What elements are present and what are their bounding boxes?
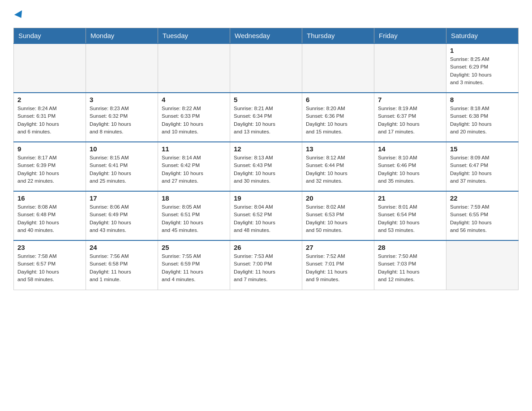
day-info: Sunrise: 7:55 AM Sunset: 6:59 PM Dayligh… bbox=[162, 253, 226, 283]
calendar-week-row: 9Sunrise: 8:17 AM Sunset: 6:39 PM Daylig… bbox=[14, 142, 519, 191]
calendar-cell: 5Sunrise: 8:21 AM Sunset: 6:34 PM Daylig… bbox=[230, 93, 302, 142]
day-info: Sunrise: 7:52 AM Sunset: 7:01 PM Dayligh… bbox=[306, 253, 370, 283]
calendar-cell: 10Sunrise: 8:15 AM Sunset: 6:41 PM Dayli… bbox=[86, 142, 158, 191]
calendar-cell bbox=[446, 240, 519, 290]
day-number: 14 bbox=[378, 145, 442, 153]
calendar-cell bbox=[374, 43, 446, 93]
day-info: Sunrise: 8:22 AM Sunset: 6:33 PM Dayligh… bbox=[162, 105, 226, 136]
calendar-cell: 6Sunrise: 8:20 AM Sunset: 6:36 PM Daylig… bbox=[302, 93, 374, 142]
day-info: Sunrise: 8:18 AM Sunset: 6:38 PM Dayligh… bbox=[450, 105, 515, 136]
day-number: 11 bbox=[162, 145, 226, 153]
day-info: Sunrise: 7:50 AM Sunset: 7:03 PM Dayligh… bbox=[378, 253, 442, 283]
day-number: 9 bbox=[17, 145, 82, 153]
calendar-cell: 27Sunrise: 7:52 AM Sunset: 7:01 PM Dayli… bbox=[302, 240, 374, 290]
calendar-week-row: 23Sunrise: 7:58 AM Sunset: 6:57 PM Dayli… bbox=[14, 240, 519, 290]
day-info: Sunrise: 8:13 AM Sunset: 6:43 PM Dayligh… bbox=[234, 154, 298, 185]
day-number: 2 bbox=[17, 96, 82, 103]
calendar-cell: 9Sunrise: 8:17 AM Sunset: 6:39 PM Daylig… bbox=[14, 142, 86, 191]
calendar-cell bbox=[230, 43, 302, 93]
calendar-cell: 14Sunrise: 8:10 AM Sunset: 6:46 PM Dayli… bbox=[374, 142, 446, 191]
day-of-week-header: Tuesday bbox=[158, 28, 230, 44]
calendar-cell bbox=[302, 43, 374, 93]
calendar-cell: 24Sunrise: 7:56 AM Sunset: 6:58 PM Dayli… bbox=[86, 240, 158, 290]
day-info: Sunrise: 8:12 AM Sunset: 6:44 PM Dayligh… bbox=[306, 154, 370, 185]
day-number: 18 bbox=[162, 194, 226, 202]
day-number: 4 bbox=[162, 96, 226, 103]
logo-arrow-icon bbox=[14, 10, 25, 20]
day-info: Sunrise: 8:09 AM Sunset: 6:47 PM Dayligh… bbox=[450, 154, 515, 185]
logo-text bbox=[13, 9, 24, 21]
day-number: 20 bbox=[306, 194, 370, 202]
day-of-week-header: Wednesday bbox=[230, 28, 302, 44]
calendar-week-row: 1Sunrise: 8:25 AM Sunset: 6:29 PM Daylig… bbox=[14, 43, 519, 93]
calendar-week-row: 16Sunrise: 8:08 AM Sunset: 6:48 PM Dayli… bbox=[14, 191, 519, 240]
day-number: 24 bbox=[90, 244, 154, 251]
day-info: Sunrise: 8:01 AM Sunset: 6:54 PM Dayligh… bbox=[378, 203, 442, 234]
day-of-week-header: Sunday bbox=[14, 28, 86, 44]
calendar-cell bbox=[14, 43, 86, 93]
calendar-cell: 8Sunrise: 8:18 AM Sunset: 6:38 PM Daylig… bbox=[446, 93, 519, 142]
day-number: 13 bbox=[306, 145, 370, 153]
day-info: Sunrise: 7:53 AM Sunset: 7:00 PM Dayligh… bbox=[234, 253, 298, 283]
calendar-cell: 26Sunrise: 7:53 AM Sunset: 7:00 PM Dayli… bbox=[230, 240, 302, 290]
day-info: Sunrise: 8:24 AM Sunset: 6:31 PM Dayligh… bbox=[17, 105, 82, 136]
calendar-cell: 13Sunrise: 8:12 AM Sunset: 6:44 PM Dayli… bbox=[302, 142, 374, 191]
day-number: 21 bbox=[378, 194, 442, 202]
day-number: 12 bbox=[234, 145, 298, 153]
calendar-cell bbox=[158, 43, 230, 93]
calendar-cell: 28Sunrise: 7:50 AM Sunset: 7:03 PM Dayli… bbox=[374, 240, 446, 290]
day-of-week-header: Monday bbox=[86, 28, 158, 44]
calendar-cell: 18Sunrise: 8:05 AM Sunset: 6:51 PM Dayli… bbox=[158, 191, 230, 240]
calendar-cell: 4Sunrise: 8:22 AM Sunset: 6:33 PM Daylig… bbox=[158, 93, 230, 142]
day-number: 8 bbox=[450, 96, 515, 103]
calendar-cell: 15Sunrise: 8:09 AM Sunset: 6:47 PM Dayli… bbox=[446, 142, 519, 191]
day-info: Sunrise: 7:58 AM Sunset: 6:57 PM Dayligh… bbox=[17, 253, 82, 283]
day-info: Sunrise: 8:08 AM Sunset: 6:48 PM Dayligh… bbox=[17, 203, 82, 234]
day-info: Sunrise: 7:56 AM Sunset: 6:58 PM Dayligh… bbox=[90, 253, 154, 283]
calendar-cell: 22Sunrise: 7:59 AM Sunset: 6:55 PM Dayli… bbox=[446, 191, 519, 240]
logo bbox=[13, 9, 24, 21]
day-info: Sunrise: 8:06 AM Sunset: 6:49 PM Dayligh… bbox=[90, 203, 154, 234]
calendar-cell bbox=[86, 43, 158, 93]
day-info: Sunrise: 8:10 AM Sunset: 6:46 PM Dayligh… bbox=[378, 154, 442, 185]
calendar-cell: 2Sunrise: 8:24 AM Sunset: 6:31 PM Daylig… bbox=[14, 93, 86, 142]
day-number: 10 bbox=[90, 145, 154, 153]
day-of-week-header: Thursday bbox=[302, 28, 374, 44]
day-number: 17 bbox=[90, 194, 154, 202]
day-number: 3 bbox=[90, 96, 154, 103]
day-number: 5 bbox=[234, 96, 298, 103]
day-number: 23 bbox=[17, 244, 82, 251]
calendar-cell: 19Sunrise: 8:04 AM Sunset: 6:52 PM Dayli… bbox=[230, 191, 302, 240]
day-number: 15 bbox=[450, 145, 515, 153]
day-number: 22 bbox=[450, 194, 515, 202]
day-info: Sunrise: 8:05 AM Sunset: 6:51 PM Dayligh… bbox=[162, 203, 226, 234]
day-info: Sunrise: 8:14 AM Sunset: 6:42 PM Dayligh… bbox=[162, 154, 226, 185]
calendar-cell: 21Sunrise: 8:01 AM Sunset: 6:54 PM Dayli… bbox=[374, 191, 446, 240]
day-number: 16 bbox=[17, 194, 82, 202]
day-info: Sunrise: 8:19 AM Sunset: 6:37 PM Dayligh… bbox=[378, 105, 442, 136]
day-number: 25 bbox=[162, 244, 226, 251]
calendar-cell: 12Sunrise: 8:13 AM Sunset: 6:43 PM Dayli… bbox=[230, 142, 302, 191]
day-of-week-header: Saturday bbox=[446, 28, 519, 44]
day-number: 7 bbox=[378, 96, 442, 103]
day-info: Sunrise: 8:25 AM Sunset: 6:29 PM Dayligh… bbox=[450, 56, 515, 86]
day-info: Sunrise: 7:59 AM Sunset: 6:55 PM Dayligh… bbox=[450, 203, 515, 234]
day-number: 28 bbox=[378, 244, 442, 251]
calendar-cell: 17Sunrise: 8:06 AM Sunset: 6:49 PM Dayli… bbox=[86, 191, 158, 240]
day-info: Sunrise: 8:15 AM Sunset: 6:41 PM Dayligh… bbox=[90, 154, 154, 185]
day-number: 27 bbox=[306, 244, 370, 251]
calendar-cell: 23Sunrise: 7:58 AM Sunset: 6:57 PM Dayli… bbox=[14, 240, 86, 290]
calendar-cell: 11Sunrise: 8:14 AM Sunset: 6:42 PM Dayli… bbox=[158, 142, 230, 191]
calendar-week-row: 2Sunrise: 8:24 AM Sunset: 6:31 PM Daylig… bbox=[14, 93, 519, 142]
day-info: Sunrise: 8:23 AM Sunset: 6:32 PM Dayligh… bbox=[90, 105, 154, 136]
day-info: Sunrise: 8:17 AM Sunset: 6:39 PM Dayligh… bbox=[17, 154, 82, 185]
day-number: 6 bbox=[306, 96, 370, 103]
day-of-week-header: Friday bbox=[374, 28, 446, 44]
day-number: 19 bbox=[234, 194, 298, 202]
calendar-header-row: SundayMondayTuesdayWednesdayThursdayFrid… bbox=[14, 28, 519, 44]
day-info: Sunrise: 8:21 AM Sunset: 6:34 PM Dayligh… bbox=[234, 105, 298, 136]
day-info: Sunrise: 8:04 AM Sunset: 6:52 PM Dayligh… bbox=[234, 203, 298, 234]
day-info: Sunrise: 8:02 AM Sunset: 6:53 PM Dayligh… bbox=[306, 203, 370, 234]
day-info: Sunrise: 8:20 AM Sunset: 6:36 PM Dayligh… bbox=[306, 105, 370, 136]
calendar-table: SundayMondayTuesdayWednesdayThursdayFrid… bbox=[13, 28, 519, 290]
